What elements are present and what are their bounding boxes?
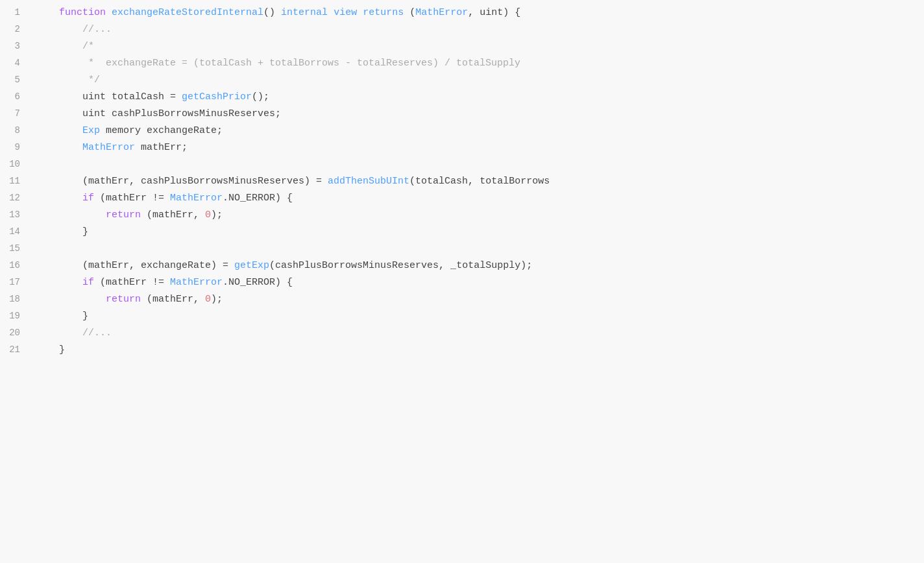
code-segment — [106, 7, 112, 18]
line-number: 16 — [0, 258, 36, 272]
code-segment: (mathErr, cashPlusBorrowsMinusReserves) … — [36, 176, 328, 187]
code-segment: if — [82, 193, 94, 204]
line-number: 21 — [0, 342, 36, 357]
code-line: 17 if (mathErr != MathError.NO_ERROR) { — [0, 275, 924, 292]
code-segment — [36, 41, 82, 52]
code-segment: */ — [82, 75, 100, 86]
line-number: 20 — [0, 326, 36, 340]
code-line: 11 (mathErr, cashPlusBorrowsMinusReserve… — [0, 174, 924, 191]
code-segment: getExp — [234, 260, 269, 271]
code-line: 21 } — [0, 342, 924, 359]
code-segment — [36, 294, 106, 305]
code-segment: (totalCash, totalBorrows — [409, 176, 550, 187]
code-line: 1 function exchangeRateStoredInternal() … — [0, 5, 924, 22]
line-number: 2 — [0, 22, 36, 36]
code-line: 3 /* — [0, 39, 924, 56]
line-number: 7 — [0, 106, 36, 121]
code-segment: memory exchangeRate; — [100, 125, 223, 136]
code-segment: //... — [82, 328, 112, 339]
line-content: (mathErr, cashPlusBorrowsMinusReserves) … — [36, 174, 924, 189]
line-number: 9 — [0, 140, 36, 154]
code-line: 15 — [0, 241, 924, 258]
code-segment — [36, 125, 82, 136]
code-segment: (mathErr, exchangeRate) = — [36, 260, 234, 271]
code-line: 20 //... — [0, 326, 924, 342]
code-segment: .NO_ERROR) { — [223, 277, 293, 288]
line-number: 4 — [0, 56, 36, 70]
line-number: 17 — [0, 275, 36, 289]
code-line: 14 } — [0, 224, 924, 241]
line-number: 3 — [0, 39, 36, 53]
line-content: MathError mathErr; — [36, 140, 924, 156]
code-segment: } — [36, 311, 88, 322]
code-segment: (mathErr != — [94, 193, 170, 204]
code-segment: exchangeRateStoredInternal — [112, 7, 263, 18]
code-segment: } — [36, 344, 65, 355]
code-segment: * exchangeRate = (totalCash + totalBorro… — [82, 58, 520, 69]
line-content: function exchangeRateStoredInternal() in… — [36, 5, 924, 21]
code-segment — [36, 210, 106, 221]
code-line: 10 — [0, 157, 924, 174]
code-segment: uint cashPlusBorrowsMinusReserves; — [36, 108, 281, 119]
code-segment — [357, 7, 363, 18]
line-content: } — [36, 342, 924, 358]
code-segment: (); — [252, 91, 269, 102]
code-line: 9 MathError mathErr; — [0, 140, 924, 157]
code-container: 1 function exchangeRateStoredInternal() … — [0, 0, 924, 563]
code-segment: if — [82, 277, 94, 288]
code-segment: addThenSubUInt — [328, 176, 409, 187]
line-number: 19 — [0, 309, 36, 323]
code-segment: 0 — [205, 294, 211, 305]
line-number: 11 — [0, 174, 36, 188]
code-segment: //... — [82, 24, 112, 35]
code-segment — [36, 277, 82, 288]
code-segment — [36, 75, 82, 86]
code-line: 5 */ — [0, 73, 924, 90]
line-content: } — [36, 309, 924, 324]
code-line: 4 * exchangeRate = (totalCash + totalBor… — [0, 56, 924, 73]
line-content: * exchangeRate = (totalCash + totalBorro… — [36, 56, 924, 71]
code-segment: ); — [211, 210, 223, 221]
code-segment: } — [36, 226, 88, 237]
line-content: (mathErr, exchangeRate) = getExp(cashPlu… — [36, 258, 924, 274]
code-segment — [36, 7, 59, 18]
code-segment: MathError — [170, 193, 223, 204]
line-number: 18 — [0, 292, 36, 306]
code-line: 8 Exp memory exchangeRate; — [0, 123, 924, 140]
code-segment: MathError — [415, 7, 468, 18]
code-line: 13 return (mathErr, 0); — [0, 208, 924, 224]
line-content: Exp memory exchangeRate; — [36, 123, 924, 139]
line-content: return (mathErr, 0); — [36, 208, 924, 223]
line-content: if (mathErr != MathError.NO_ERROR) { — [36, 275, 924, 291]
code-segment: returns — [363, 7, 404, 18]
line-number: 1 — [0, 5, 36, 19]
line-content: */ — [36, 73, 924, 88]
code-line: 7 uint cashPlusBorrowsMinusReserves; — [0, 106, 924, 123]
line-number: 6 — [0, 90, 36, 104]
code-line: 6 uint totalCash = getCashPrior(); — [0, 90, 924, 106]
line-content: /* — [36, 39, 924, 54]
code-segment: (cashPlusBorrowsMinusReserves, _totalSup… — [269, 260, 532, 271]
code-segment: return — [106, 210, 141, 221]
line-number: 15 — [0, 241, 36, 256]
line-content: uint cashPlusBorrowsMinusReserves; — [36, 106, 924, 122]
line-content: if (mathErr != MathError.NO_ERROR) { — [36, 191, 924, 206]
code-segment: (mathErr != — [94, 277, 170, 288]
line-content: uint totalCash = getCashPrior(); — [36, 90, 924, 105]
code-segment: Exp — [82, 125, 100, 136]
code-segment: internal — [281, 7, 328, 18]
code-line: 19 } — [0, 309, 924, 326]
line-number: 14 — [0, 224, 36, 239]
code-segment — [36, 142, 82, 153]
code-segment: 0 — [205, 210, 211, 221]
line-content: return (mathErr, 0); — [36, 292, 924, 307]
code-segment: function — [59, 7, 106, 18]
code-segment — [36, 193, 82, 204]
code-segment: , uint) { — [468, 7, 520, 18]
code-segment: () — [263, 7, 281, 18]
code-segment: MathError — [82, 142, 135, 153]
code-segment: .NO_ERROR) { — [223, 193, 293, 204]
code-segment: mathErr; — [135, 142, 188, 153]
line-content: //... — [36, 22, 924, 38]
code-segment — [36, 58, 82, 69]
